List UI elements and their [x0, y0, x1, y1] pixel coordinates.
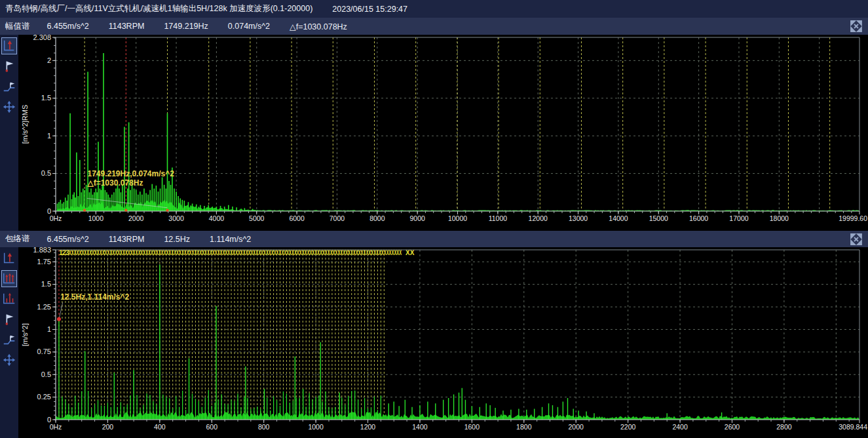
svg-text:1800: 1800: [516, 423, 532, 431]
svg-text:2800: 2800: [776, 423, 792, 431]
chart-title: 包络谱: [5, 233, 30, 245]
svg-text:11000: 11000: [489, 214, 508, 222]
amplitude-spectrum-header: 幅值谱 6.455m/s^2 1143RPM 1749.219Hz 0.074m…: [0, 18, 868, 35]
svg-text:0.5: 0.5: [41, 169, 51, 177]
move-icon: [2, 353, 16, 367]
speed-rpm: 1143RPM: [109, 235, 145, 244]
flag-tool[interactable]: [1, 58, 17, 75]
svg-text:14000: 14000: [609, 214, 628, 222]
cursor-amplitude: 0.074m/s^2: [228, 22, 270, 31]
peak-flag-tool[interactable]: [1, 78, 17, 95]
move-tool[interactable]: [1, 351, 17, 368]
harmonic-order-band: 123XXXXXXXXXXXXXXXXXXXXXXXXXXXXXXXXXXXXX…: [59, 249, 415, 256]
svg-text:XXXXXXXXXXXXXXXXXXXXXXXXXXXXXX: XXXXXXXXXXXXXXXXXXXXXXXXXXXXXXXXXXXXXXXX…: [69, 249, 402, 256]
envelope-toolbar: [0, 247, 18, 438]
svg-text:13000: 13000: [569, 214, 588, 222]
axis-labels: 0Hz1000200030004000500060007000800090001…: [21, 35, 867, 222]
svg-text:10000: 10000: [448, 214, 467, 222]
svg-text:1.25: 1.25: [37, 303, 51, 311]
sideband-cursor-tool[interactable]: [1, 290, 17, 308]
gridlines: [56, 37, 859, 211]
svg-text:2.308: 2.308: [33, 35, 51, 41]
speed-rpm: 1143RPM: [109, 22, 145, 31]
svg-text:1.5: 1.5: [41, 94, 51, 102]
svg-text:1400: 1400: [412, 423, 428, 431]
flag-icon: [2, 312, 16, 327]
svg-text:XX: XX: [406, 249, 415, 256]
chart-title: 幅值谱: [5, 21, 30, 32]
svg-text:400: 400: [154, 423, 166, 431]
svg-text:9000: 9000: [409, 214, 425, 222]
svg-text:19999.60: 19999.60: [839, 214, 867, 222]
cursor-lines[interactable]: [59, 250, 384, 420]
svg-text:0: 0: [47, 207, 51, 215]
amplitude-spectrum-chart[interactable]: 0Hz1000200030004000500060007000800090001…: [0, 35, 868, 231]
svg-text:2000: 2000: [569, 423, 584, 431]
overall-value: 6.455m/s^2: [47, 22, 89, 31]
svg-text:17000: 17000: [729, 214, 748, 222]
svg-text:2200: 2200: [620, 423, 636, 431]
y-axis-label: [m/s^2]RMS: [21, 105, 29, 144]
svg-text:△f=1030.078Hz: △f=1030.078Hz: [86, 178, 143, 188]
sideband-cursor-icon: [2, 292, 16, 306]
delta-frequency: △f=1030.078Hz: [290, 22, 347, 31]
svg-text:1000: 1000: [308, 423, 324, 431]
measurement-datetime: 2023/06/15 15:29:47: [332, 5, 407, 14]
svg-text:1200: 1200: [360, 423, 376, 431]
move-tool[interactable]: [1, 98, 17, 115]
svg-text:3089.844: 3089.844: [839, 423, 867, 431]
svg-text:1000: 1000: [88, 214, 104, 222]
harmonic-cursor-tool[interactable]: [1, 270, 17, 287]
envelope-spectrum-header: 包络谱 6.455m/s^2 1143RPM 12.5Hz 1.114m/s^2: [0, 231, 868, 248]
svg-text:1600: 1600: [464, 423, 480, 431]
cursor-frequency: 1749.219Hz: [164, 22, 208, 31]
expand-icon[interactable]: [850, 20, 863, 33]
svg-text:1.883: 1.883: [33, 247, 51, 254]
cursor-lines[interactable]: [85, 37, 830, 211]
svg-text:1749.219Hz,0.074m/s^2: 1749.219Hz,0.074m/s^2: [87, 169, 174, 178]
measurement-path: 青岛特钢/高线厂/一高线/11V立式轧机/减速机1轴输出5H/128k 加速度波…: [5, 3, 312, 14]
single-cursor-icon: [2, 39, 16, 53]
y-axis-label: [m/s^2]: [21, 323, 29, 346]
svg-text:5000: 5000: [249, 214, 265, 222]
single-cursor-tool[interactable]: [1, 250, 17, 267]
envelope-spectrum-chart[interactable]: 123XXXXXXXXXXXXXXXXXXXXXXXXXXXXXXXXXXXXX…: [0, 247, 868, 438]
svg-text:0: 0: [47, 416, 51, 424]
titlebar: 青岛特钢/高线厂/一高线/11V立式轧机/减速机1轴输出5H/128k 加速度波…: [0, 0, 868, 18]
overall-value: 6.455m/s^2: [47, 235, 89, 244]
cursor-amplitude: 1.114m/s^2: [210, 235, 251, 244]
amplitude-spectrum-plot[interactable]: 0Hz1000200030004000500060007000800090001…: [18, 35, 868, 231]
svg-text:1.5: 1.5: [41, 280, 51, 288]
expand-icon[interactable]: [850, 233, 863, 246]
single-cursor-tool[interactable]: [1, 37, 17, 54]
axis-labels: 0Hz2004006008001000120014001600180020002…: [21, 247, 867, 431]
peak-flag-tool[interactable]: [1, 331, 17, 348]
svg-text:800: 800: [258, 423, 270, 431]
svg-text:7000: 7000: [330, 214, 345, 222]
svg-text:0.75: 0.75: [37, 348, 51, 355]
amplitude-toolbar: [0, 35, 18, 231]
svg-text:2600: 2600: [725, 423, 740, 431]
plot-frame: [52, 37, 859, 214]
svg-text:12.5Hz,1.114m/s^2: 12.5Hz,1.114m/s^2: [60, 292, 129, 302]
svg-text:15000: 15000: [649, 214, 668, 222]
svg-text:6000: 6000: [289, 214, 305, 222]
svg-text:8000: 8000: [369, 214, 385, 222]
peak-flag-icon: [2, 332, 16, 347]
svg-text:200: 200: [102, 423, 114, 431]
flag-icon: [2, 59, 16, 73]
svg-text:1: 1: [47, 325, 51, 333]
spectrum-peaks: [59, 264, 722, 420]
envelope-spectrum-plot[interactable]: 123XXXXXXXXXXXXXXXXXXXXXXXXXXXXXXXXXXXXX…: [18, 247, 868, 438]
move-icon: [2, 100, 16, 114]
svg-text:600: 600: [206, 423, 217, 431]
peak-flag-icon: [2, 79, 16, 94]
svg-text:4000: 4000: [209, 214, 225, 222]
svg-text:16000: 16000: [689, 214, 708, 222]
svg-text:0Hz: 0Hz: [50, 214, 62, 222]
svg-text:12000: 12000: [529, 214, 548, 222]
svg-text:2000: 2000: [128, 214, 144, 222]
flag-tool[interactable]: [1, 311, 17, 328]
svg-text:2: 2: [47, 56, 51, 64]
single-cursor-icon: [2, 251, 16, 266]
